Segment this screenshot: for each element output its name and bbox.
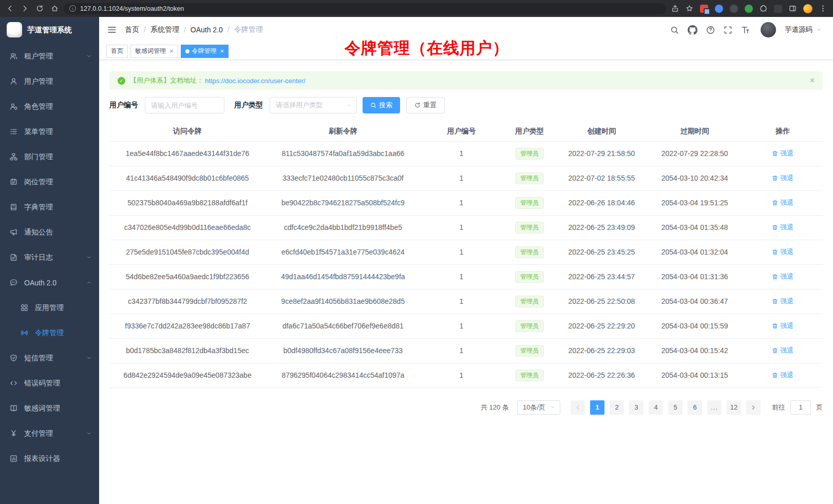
extension-icon-dark-2[interactable]	[774, 5, 782, 13]
page-button-12[interactable]: 12	[727, 400, 741, 415]
force-logout-button[interactable]: 强退	[772, 198, 793, 207]
extension-icon-dark[interactable]	[730, 5, 738, 13]
sidebar-item-dept[interactable]: 部门管理	[0, 144, 99, 169]
force-logout-button[interactable]: 强退	[772, 272, 793, 281]
site-info-icon[interactable]: i	[69, 5, 76, 12]
force-logout-button[interactable]: 强退	[772, 247, 793, 257]
tab-home[interactable]: 首页	[106, 45, 128, 58]
sidebar-item-menu[interactable]: 菜单管理	[0, 119, 99, 144]
force-logout-button[interactable]: 强退	[772, 173, 793, 183]
extension-icon-red[interactable]	[700, 5, 708, 13]
browser-back-icon[interactable]	[6, 5, 14, 12]
sidebar-item-pay[interactable]: 支付管理	[0, 421, 99, 446]
success-check-icon: ✓	[118, 77, 125, 85]
action-cell: 强退	[743, 363, 823, 387]
sidebar-item-label: 敏感词管理	[24, 404, 60, 413]
page-size-select[interactable]: 10条/页	[517, 400, 560, 415]
prev-page-button[interactable]	[571, 400, 585, 415]
font-size-icon[interactable]	[741, 26, 750, 34]
sidebar-item-post[interactable]: 岗位管理	[0, 169, 99, 195]
user-type-tag: 管理员	[515, 320, 544, 332]
help-icon[interactable]	[706, 26, 715, 34]
action-cell: 强退	[743, 166, 823, 190]
user-type-tag: 管理员	[515, 172, 544, 184]
browser-menu-icon[interactable]	[819, 5, 827, 12]
sidebar-item-label: 短信管理	[24, 354, 53, 363]
sidebar-collapse-icon[interactable]	[107, 25, 117, 34]
extension-icon-blue[interactable]	[715, 5, 723, 13]
dict-icon	[10, 203, 18, 211]
page-button-4[interactable]: 4	[649, 400, 663, 415]
extension-icon-green[interactable]	[745, 5, 753, 13]
tab-token[interactable]: 令牌管理×	[181, 45, 229, 58]
github-icon[interactable]	[688, 25, 697, 35]
fullscreen-icon[interactable]	[724, 26, 732, 34]
force-logout-button[interactable]: 强退	[772, 149, 793, 158]
page-button-5[interactable]: 5	[668, 400, 683, 415]
sidebar-item-report-designer[interactable]: 报表设计器	[0, 446, 99, 471]
user-type-select[interactable]: 请选择用户类型	[270, 97, 357, 113]
extensions-puzzle-icon[interactable]	[760, 5, 767, 12]
page-button-3[interactable]: 3	[629, 400, 643, 415]
filter-bar: 用户编号 用户类型 请选择用户类型 搜索 重置	[109, 97, 823, 113]
page-button-1[interactable]: 1	[590, 400, 604, 415]
browser-profile-avatar[interactable]	[803, 4, 812, 13]
browser-forward-icon[interactable]	[21, 5, 29, 12]
sidebar-item-error-code[interactable]: 错误码管理	[0, 371, 99, 396]
sidebar-item-audit-log[interactable]: 审计日志	[0, 245, 99, 270]
breadcrumb-item[interactable]: OAuth 2.0	[191, 26, 223, 34]
browser-home-icon[interactable]	[51, 5, 59, 12]
user-type-cell: 管理员	[502, 215, 557, 240]
sidebar-item-oauth2-application[interactable]: 应用管理	[0, 295, 99, 320]
delete-icon	[772, 274, 778, 280]
force-logout-button[interactable]: 强退	[772, 371, 793, 380]
sidebar-item-oauth2[interactable]: OAuth 2.0	[0, 270, 99, 295]
force-logout-button[interactable]: 强退	[772, 346, 793, 355]
sidebar-item-oauth2-token[interactable]: 令牌管理	[0, 320, 99, 345]
tab-close-icon[interactable]: ×	[169, 47, 174, 55]
page-button-2[interactable]: 2	[610, 400, 624, 415]
alert-close-icon[interactable]: ×	[810, 76, 815, 85]
browser-address-bar[interactable]: i 127.0.0.1:1024/system/oauth2/token	[64, 3, 666, 14]
search-icon[interactable]	[670, 26, 679, 34]
tab-sensitive-word[interactable]: 敏感词管理×	[130, 45, 178, 58]
expire-time-cell: 2054-03-04 19:51:25	[647, 190, 743, 215]
user-name[interactable]: 芋道源码	[785, 25, 812, 34]
share-icon[interactable]	[671, 5, 679, 12]
refresh-token-cell: 49d1aa46d1454fbd87591444423be9fa	[266, 264, 420, 289]
sidebar-item-label: 错误码管理	[24, 379, 60, 388]
refresh-token-cell: dfa6c71a50a54c66bef706ef9e6e8d81	[266, 314, 420, 338]
sidebar-item-role[interactable]: 角色管理	[0, 94, 99, 119]
sidebar-item-tenant[interactable]: 租户管理	[0, 44, 99, 69]
tab-close-icon[interactable]: ×	[220, 47, 224, 55]
breadcrumb-item[interactable]: 系统管理	[150, 25, 179, 34]
search-button[interactable]: 搜索	[363, 97, 400, 113]
goto-page-input[interactable]	[790, 400, 811, 415]
user-avatar[interactable]	[761, 22, 776, 37]
sidebar-item-sensitive-word[interactable]: 敏感词管理	[0, 396, 99, 421]
force-logout-button[interactable]: 强退	[772, 297, 793, 306]
next-page-button[interactable]	[746, 400, 761, 415]
split-view-icon[interactable]	[789, 5, 797, 12]
sidebar-item-notice[interactable]: 通知公告	[0, 220, 99, 245]
browser-reload-icon[interactable]	[36, 5, 44, 12]
user-type-tag: 管理员	[515, 148, 544, 160]
force-logout-label: 强退	[780, 149, 793, 158]
more-pages-button[interactable]: ...	[707, 400, 722, 415]
breadcrumb-item[interactable]: 首页	[125, 25, 139, 34]
column-header: 过期时间	[647, 122, 743, 141]
doc-link[interactable]: https://doc.iocoder.cn/user-center/	[205, 77, 306, 85]
sidebar-item-user[interactable]: 用户管理	[0, 69, 99, 94]
annotation-overlay: 令牌管理（在线用户）	[345, 37, 509, 59]
bookmark-star-icon[interactable]	[686, 5, 693, 12]
reset-button[interactable]: 重置	[406, 97, 445, 113]
sidebar-item-dict[interactable]: 字典管理	[0, 195, 99, 220]
user-id-input[interactable]	[145, 97, 224, 113]
page-button-6[interactable]: 6	[688, 400, 702, 415]
chevron-down-icon	[86, 53, 92, 59]
force-logout-button[interactable]: 强退	[772, 223, 793, 232]
sidebar-item-sms[interactable]: 短信管理	[0, 345, 99, 371]
user-type-tag: 管理员	[515, 370, 544, 381]
force-logout-button[interactable]: 强退	[772, 321, 793, 331]
expire-time-cell: 2054-03-04 01:32:04	[647, 240, 743, 264]
